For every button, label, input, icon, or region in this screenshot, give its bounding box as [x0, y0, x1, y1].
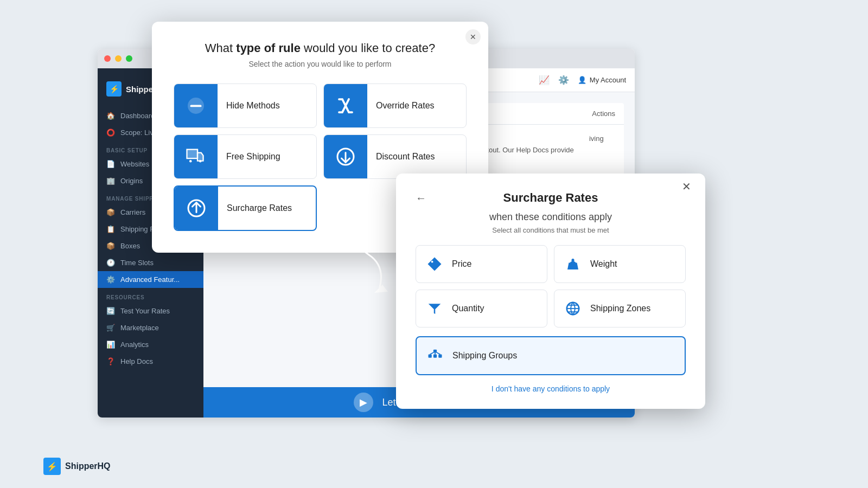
price-icon	[425, 254, 444, 274]
rule-card-free-shipping[interactable]: Free Shipping	[174, 134, 317, 179]
sidebar-item-label: Origins	[120, 177, 143, 185]
help-banner-icon: ▶	[354, 393, 373, 412]
override-rates-icon-box	[324, 84, 367, 127]
shipping-groups-icon	[425, 346, 445, 365]
arrow-up-circle-icon	[187, 198, 206, 218]
modal2-back-button[interactable]: ←	[416, 192, 426, 204]
modal2-subtitle: when these conditions apply	[416, 211, 686, 223]
sidebar-item-help-docs[interactable]: ❓ Help Docs	[98, 353, 203, 370]
modal1-title: What type of rule would you like to crea…	[174, 41, 467, 55]
origins-icon: 🏢	[106, 177, 115, 185]
sidebar-item-marketplace[interactable]: 🛒 Marketplace	[98, 319, 203, 336]
window-minimize-dot[interactable]	[115, 55, 122, 62]
svg-point-2	[189, 160, 192, 163]
price-label: Price	[452, 259, 471, 269]
override-rates-label: Override Rates	[376, 101, 441, 111]
table-col-actions: Actions	[592, 110, 615, 118]
account-label: My Account	[590, 76, 626, 84]
svg-point-7	[431, 261, 433, 263]
rule-card-discount-rates[interactable]: Discount Rates	[323, 134, 467, 179]
sidebar-item-label: Advanced Featur...	[120, 275, 180, 284]
sidebar-item-label: Carriers	[120, 208, 145, 216]
analytics-icon: 📊	[106, 341, 115, 349]
quantity-label: Quantity	[452, 304, 484, 313]
modal2-close-button[interactable]: ✕	[682, 180, 691, 193]
sidebar-item-analytics[interactable]: 📊 Analytics	[98, 336, 203, 353]
modal1-close-button[interactable]: ✕	[465, 29, 481, 44]
shipping-zones-icon	[563, 299, 583, 318]
discount-rates-label: Discount Rates	[376, 152, 442, 162]
groups-icon	[427, 348, 443, 364]
carriers-icon: 📦	[106, 208, 115, 216]
sidebar-item-label: Websites	[120, 160, 149, 168]
time-slots-icon: 🕐	[106, 259, 115, 267]
svg-rect-11	[429, 355, 432, 358]
help-docs-icon: ❓	[106, 357, 115, 365]
sidebar-item-label: Test Your Rates	[120, 307, 170, 315]
surcharge-rates-label: Surcharge Rates	[227, 203, 298, 213]
weight-scale-icon	[565, 256, 581, 272]
truck-icon	[186, 147, 206, 166]
condition-card-shipping-groups[interactable]: Shipping Groups	[416, 336, 686, 375]
sidebar-item-label: Time Slots	[120, 259, 154, 267]
sidebar-item-label: Boxes	[120, 242, 140, 250]
minus-icon	[186, 96, 206, 115]
modal1-subtitle: Select the action you would like to perf…	[174, 60, 467, 68]
globe-icon	[565, 300, 581, 317]
weight-label: Weight	[590, 259, 617, 269]
rule-card-surcharge-rates[interactable]: Surcharge Rates	[174, 185, 317, 231]
condition-card-price[interactable]: Price	[416, 245, 547, 283]
sidebar-item-label: Help Docs	[120, 357, 153, 365]
home-icon: 🏠	[106, 112, 115, 120]
window-maximize-dot[interactable]	[126, 55, 132, 62]
account-icon: 👤	[578, 76, 586, 84]
free-shipping-label: Free Shipping	[226, 152, 287, 162]
sidebar-item-advanced-features[interactable]: ⚙️ Advanced Featur...	[98, 271, 203, 288]
advanced-icon: ⚙️	[106, 275, 115, 284]
modal1-title-bold: type of rule	[236, 41, 301, 55]
scope-icon: ⭕	[106, 129, 115, 137]
bottom-logo-icon: ⚡	[43, 458, 61, 475]
sidebar-item-label: Analytics	[120, 341, 149, 349]
sidebar-item-time-slots[interactable]: 🕐 Time Slots	[98, 254, 203, 271]
condition-card-weight[interactable]: Weight	[554, 245, 686, 283]
surcharge-rates-icon-box	[175, 187, 218, 230]
my-account-button[interactable]: 👤 My Account	[578, 76, 626, 84]
shipping-groups-label: Shipping Groups	[452, 351, 517, 361]
svg-rect-17	[433, 350, 437, 352]
weight-icon	[563, 254, 583, 274]
modal2-header: ← Surcharge Rates ✕	[416, 191, 686, 205]
arrow-down-circle-icon	[336, 147, 355, 166]
tag-icon	[426, 256, 443, 272]
test-rates-icon: 🔄	[106, 307, 115, 315]
shipping-zones-label: Shipping Zones	[590, 304, 650, 313]
shuffle-icon	[336, 96, 355, 115]
sidebar-item-test-rates[interactable]: 🔄 Test Your Rates	[98, 303, 203, 319]
window-close-dot[interactable]	[104, 55, 111, 62]
boxes-icon: 📦	[106, 242, 115, 250]
bottom-logo: ⚡ ShipperHQ	[43, 458, 111, 475]
svg-rect-9	[572, 259, 575, 262]
sidebar-section-resources: RESOURCES	[98, 288, 203, 303]
sidebar-item-label: Marketplace	[120, 324, 159, 332]
modal2-description: Select all conditions that must be met	[416, 226, 686, 234]
modal2-title: Surcharge Rates	[416, 191, 686, 205]
marketplace-icon: 🛒	[106, 324, 115, 332]
rule-card-override-rates[interactable]: Override Rates	[323, 84, 467, 128]
settings-icon[interactable]: ⚙️	[558, 75, 569, 85]
hide-methods-label: Hide Methods	[226, 101, 286, 111]
free-shipping-icon-box	[174, 135, 218, 178]
no-conditions-link[interactable]: I don't have any conditions to apply	[492, 384, 610, 393]
svg-rect-12	[433, 355, 437, 358]
svg-rect-13	[438, 355, 442, 358]
discount-rates-icon-box	[324, 135, 367, 178]
conditions-grid: Price Weight Quantity	[416, 245, 686, 328]
no-conditions-container: I don't have any conditions to apply	[416, 384, 686, 394]
surcharge-conditions-modal: ← Surcharge Rates ✕ when these condition…	[396, 174, 705, 409]
bottom-logo-text: ShipperHQ	[65, 461, 111, 471]
chart-icon[interactable]: 📈	[539, 75, 550, 85]
condition-card-shipping-zones[interactable]: Shipping Zones	[554, 290, 686, 328]
condition-card-quantity[interactable]: Quantity	[416, 290, 547, 328]
rule-card-hide-methods[interactable]: Hide Methods	[174, 84, 317, 128]
svg-rect-1	[190, 105, 202, 107]
